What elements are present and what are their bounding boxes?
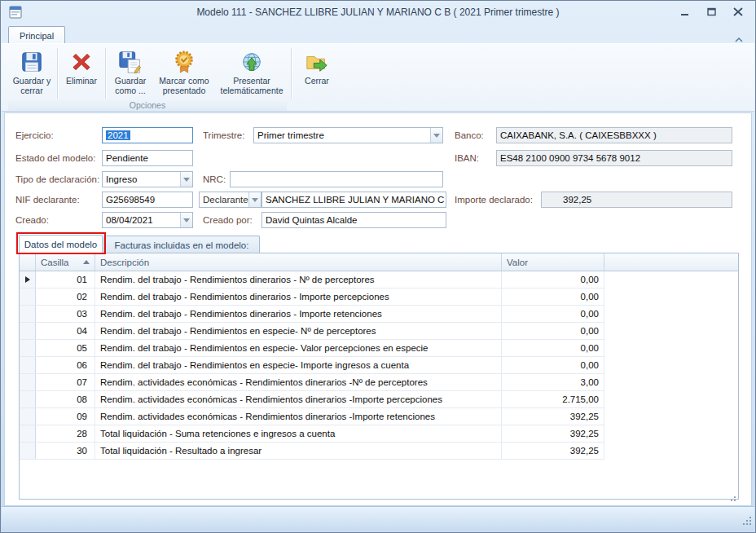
row-indicator-cell <box>20 443 36 459</box>
declarante-selector[interactable]: Declarante: <box>199 192 262 208</box>
delete-icon <box>68 49 94 75</box>
dropdown-arrow-icon[interactable] <box>430 128 442 143</box>
table-row[interactable]: 06 Rendim. del trabajo - Rendimientos en… <box>20 357 604 374</box>
row-indicator-cell <box>20 289 36 305</box>
creado-por-value: David Quintas Alcalde <box>266 215 358 225</box>
cell-descripcion: Rendim. del trabajo - Rendimientos en es… <box>95 340 502 356</box>
tab-datos-del-modelo[interactable]: Datos del modelo <box>19 235 103 253</box>
banco-field[interactable]: CAIXABANK, S.A. ( CAIXESBBXXX ) <box>496 127 732 143</box>
window-title: Modelo 111 - SANCHEZ LLIBRE JULIAN Y MAR… <box>90 7 666 18</box>
iban-label: IBAN: <box>455 153 479 163</box>
row-indicator-cell <box>20 357 36 373</box>
tab-principal[interactable]: Principal <box>8 26 65 44</box>
button-label: Guardar y cerrar <box>12 76 51 95</box>
cell-descripcion: Rendim. actividades económicas - Rendimi… <box>95 391 502 407</box>
datos-grid: Casilla Descripción Valor 01 Rendim. del… <box>19 253 739 500</box>
table-row[interactable]: 28 Total liquidación - Suma retenciones … <box>20 425 604 443</box>
modelo-111-window: Modelo 111 - SANCHEZ LLIBRE JULIAN Y MAR… <box>0 0 756 533</box>
ejercicio-field[interactable]: 2021 <box>102 127 193 143</box>
close-button[interactable]: Cerrar <box>296 46 338 99</box>
table-row[interactable]: 03 Rendim. del trabajo - Rendimientos di… <box>20 306 604 323</box>
cell-descripcion: Rendim. del trabajo - Rendimientos en es… <box>95 357 502 373</box>
estado-label: Estado del modelo: <box>15 153 95 163</box>
app-icon <box>9 6 22 19</box>
row-indicator-cell <box>20 323 36 339</box>
dropdown-arrow-icon[interactable] <box>180 172 192 187</box>
cell-valor: 0,00 <box>502 323 604 339</box>
cell-casilla: 03 <box>36 306 95 322</box>
dropdown-arrow-icon[interactable] <box>180 213 192 227</box>
table-row[interactable]: 02 Rendim. del trabajo - Rendimientos di… <box>20 289 604 306</box>
trimestre-dropdown[interactable]: Primer trimestre <box>253 127 443 143</box>
maximize-icon[interactable] <box>704 6 719 18</box>
table-row[interactable]: 09 Rendim. actividades económicas - Rend… <box>20 408 604 425</box>
table-row[interactable]: 08 Rendim. actividades económicas - Rend… <box>20 391 604 408</box>
table-row[interactable]: 30 Total liquidación - Resultado a ingre… <box>20 443 604 460</box>
cell-valor: 0,00 <box>502 289 604 305</box>
cell-casilla: 01 <box>36 271 95 288</box>
row-indicator-cell <box>20 271 36 288</box>
banco-label: Banco: <box>455 130 484 140</box>
ribbon-tab-row: Principal <box>2 24 754 43</box>
nrc-input[interactable] <box>230 171 443 187</box>
submit-online-button[interactable]: Presentar telemáticamente <box>216 46 288 99</box>
ribbon-separator <box>105 48 106 99</box>
delete-button[interactable]: Eliminar <box>60 46 103 99</box>
tipo-declaracion-dropdown[interactable]: Ingreso <box>102 171 193 187</box>
declarante-field[interactable]: SANCHEZ LLIBRE JULIAN Y MARIANO C B <box>262 192 446 208</box>
cell-descripcion: Rendim. del trabajo - Rendimientos en es… <box>95 323 502 339</box>
sort-asc-icon <box>83 260 90 264</box>
nif-declarante-field[interactable]: G25698549 <box>102 192 193 208</box>
column-header-casilla[interactable]: Casilla <box>36 253 95 271</box>
cell-casilla: 08 <box>36 391 95 407</box>
save-and-close-button[interactable]: Guardar y cerrar <box>8 46 55 99</box>
creado-label: Creado: <box>15 215 49 225</box>
table-row[interactable]: 07 Rendim. actividades económicas - Rend… <box>20 374 604 391</box>
row-indicator-cell <box>20 306 36 322</box>
creado-por-label: Creado por: <box>203 215 253 225</box>
table-row[interactable]: 04 Rendim. del trabajo - Rendimientos en… <box>20 323 604 340</box>
cell-valor: 0,00 <box>502 271 604 288</box>
ribbon-group-caption: Opciones <box>8 100 287 111</box>
titlebar: Modelo 111 - SANCHEZ LLIBRE JULIAN Y MAR… <box>1 1 755 24</box>
iban-value: ES48 2100 0900 9734 5678 9012 <box>500 153 640 163</box>
minimize-icon[interactable] <box>677 6 692 18</box>
creado-date-dropdown[interactable]: 08/04/2021 <box>102 212 193 228</box>
dropdown-arrow-icon[interactable] <box>248 192 261 207</box>
importe-declarado-field[interactable]: 392,25 <box>541 192 732 208</box>
iban-field[interactable]: ES48 2100 0900 9734 5678 9012 <box>496 150 732 166</box>
cell-casilla: 06 <box>36 357 95 373</box>
close-form-icon <box>304 49 330 75</box>
grid-body: 01 Rendim. del trabajo - Rendimientos di… <box>20 271 738 460</box>
tab-facturas-incluidas[interactable]: Facturas incluidas en el modelo: <box>103 236 260 253</box>
cell-descripcion: Rendim. del trabajo - Rendimientos diner… <box>95 289 502 305</box>
ribbon-separator <box>57 48 58 99</box>
row-indicator-cell <box>20 408 36 425</box>
cell-valor: 0,00 <box>502 357 604 373</box>
ribbon: Guardar y cerrar Eliminar Guardar como .… <box>2 43 754 112</box>
cell-valor: 3,00 <box>502 374 604 390</box>
column-header-descripcion[interactable]: Descripción <box>95 253 502 271</box>
tipo-declaracion-label: Tipo de declaración: <box>15 174 99 184</box>
cell-casilla: 05 <box>36 340 95 356</box>
row-indicator-cell <box>20 374 36 390</box>
estado-field[interactable]: Pendiente <box>102 150 193 166</box>
cell-casilla: 28 <box>36 425 95 442</box>
button-label: Presentar telemáticamente <box>217 76 287 95</box>
cell-descripcion: Rendim. del trabajo - Rendimientos diner… <box>95 271 502 288</box>
close-icon[interactable] <box>731 6 745 18</box>
column-header-valor[interactable]: Valor <box>502 253 604 271</box>
cell-valor: 0,00 <box>502 340 604 356</box>
table-row[interactable]: 01 Rendim. del trabajo - Rendimientos di… <box>20 271 604 289</box>
cell-descripcion: Rendim. actividades económicas - Rendimi… <box>95 374 502 390</box>
save-as-button[interactable]: Guardar como ... <box>108 46 152 99</box>
importe-declarado-label: Importe declarado: <box>455 195 533 205</box>
panel-resize-grip-icon[interactable] <box>729 491 736 505</box>
table-row[interactable]: 05 Rendim. del trabajo - Rendimientos en… <box>20 340 604 357</box>
cell-valor: 2.715,00 <box>502 391 604 407</box>
cell-descripcion: Total liquidación - Resultado a ingresar <box>95 443 502 459</box>
mark-as-presented-button[interactable]: Marcar como presentado <box>154 46 214 99</box>
nif-declarante-label: NIF declarante: <box>15 195 80 205</box>
creado-por-field[interactable]: David Quintas Alcalde <box>262 212 446 228</box>
resize-grip-icon[interactable] <box>741 514 752 529</box>
